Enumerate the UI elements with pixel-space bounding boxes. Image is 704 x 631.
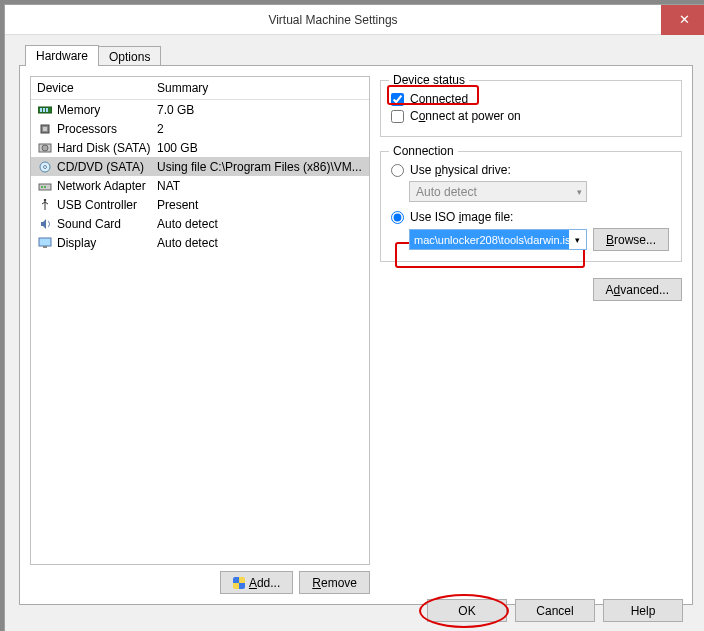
footer-buttons: OK Cancel Help bbox=[427, 599, 683, 622]
device-summary: Auto detect bbox=[157, 236, 363, 250]
device-row-net[interactable]: Network AdapterNAT bbox=[31, 176, 369, 195]
physical-combo[interactable]: Auto detect ▾ bbox=[409, 181, 587, 202]
memory-icon bbox=[37, 103, 53, 117]
device-summary: 100 GB bbox=[157, 141, 363, 155]
device-name: USB Controller bbox=[57, 198, 157, 212]
device-name: CD/DVD (SATA) bbox=[57, 160, 157, 174]
device-row-cd[interactable]: CD/DVD (SATA)Using file C:\Program Files… bbox=[31, 157, 369, 176]
svg-rect-5 bbox=[43, 127, 47, 131]
device-status-group: Device status Connected Connect at power… bbox=[380, 80, 682, 137]
device-row-display[interactable]: DisplayAuto detect bbox=[31, 233, 369, 252]
device-row-usb[interactable]: USB ControllerPresent bbox=[31, 195, 369, 214]
device-list[interactable]: Device Summary Memory7.0 GBProcessors2Ha… bbox=[30, 76, 370, 565]
hardware-pane: Device Summary Memory7.0 GBProcessors2Ha… bbox=[19, 65, 693, 605]
device-summary: 7.0 GB bbox=[157, 103, 363, 117]
connected-checkbox[interactable] bbox=[391, 93, 404, 106]
right-column: Device status Connected Connect at power… bbox=[380, 76, 682, 594]
iso-label: Use ISO image file: bbox=[410, 210, 513, 224]
add-label: Add... bbox=[249, 576, 280, 590]
physical-label: Use physical drive: bbox=[410, 163, 511, 177]
physical-radio[interactable] bbox=[391, 164, 404, 177]
tabs: Hardware Options bbox=[25, 45, 693, 66]
chevron-down-icon: ▾ bbox=[577, 187, 582, 197]
device-name: Processors bbox=[57, 122, 157, 136]
close-button[interactable]: ✕ bbox=[661, 5, 704, 35]
window-title: Virtual Machine Settings bbox=[5, 13, 661, 27]
iso-file-row: mac\unlocker208\tools\darwin.iso ▾ Brows… bbox=[409, 228, 671, 251]
svg-rect-15 bbox=[43, 246, 47, 248]
device-summary: Using file C:\Program Files (x86)\VM... bbox=[157, 160, 363, 174]
device-name: Hard Disk (SATA) bbox=[57, 141, 157, 155]
remove-button[interactable]: Remove bbox=[299, 571, 370, 594]
device-summary: NAT bbox=[157, 179, 363, 193]
device-name: Display bbox=[57, 236, 157, 250]
device-name: Memory bbox=[57, 103, 157, 117]
iso-radio[interactable] bbox=[391, 211, 404, 224]
usb-icon bbox=[37, 198, 53, 212]
tab-hardware[interactable]: Hardware bbox=[25, 45, 99, 66]
advanced-row: Advanced... bbox=[380, 278, 682, 301]
device-row-memory[interactable]: Memory7.0 GB bbox=[31, 100, 369, 119]
device-name: Sound Card bbox=[57, 217, 157, 231]
left-buttons: Add... Remove bbox=[30, 571, 370, 594]
content-area: Hardware Options Device Summary Memory7.… bbox=[5, 35, 704, 605]
iso-path-combo[interactable]: mac\unlocker208\tools\darwin.iso ▾ bbox=[409, 229, 587, 250]
poweron-row[interactable]: Connect at power on bbox=[391, 109, 671, 123]
physical-combo-value: Auto detect bbox=[416, 185, 477, 199]
ok-button[interactable]: OK bbox=[427, 599, 507, 622]
shield-icon bbox=[233, 577, 245, 589]
device-summary: Auto detect bbox=[157, 217, 363, 231]
svg-point-12 bbox=[44, 186, 46, 188]
iso-path-text: mac\unlocker208\tools\darwin.iso bbox=[410, 230, 569, 249]
poweron-label: Connect at power on bbox=[410, 109, 521, 123]
cpu-icon bbox=[37, 122, 53, 136]
device-name: Network Adapter bbox=[57, 179, 157, 193]
physical-row[interactable]: Use physical drive: bbox=[391, 163, 671, 177]
device-status-label: Device status bbox=[389, 73, 469, 87]
svg-rect-1 bbox=[40, 108, 42, 112]
device-summary: 2 bbox=[157, 122, 363, 136]
hdd-icon bbox=[37, 141, 53, 155]
help-button[interactable]: Help bbox=[603, 599, 683, 622]
poweron-checkbox[interactable] bbox=[391, 110, 404, 123]
chevron-down-icon: ▾ bbox=[569, 235, 586, 245]
cd-icon bbox=[37, 160, 53, 174]
sound-icon bbox=[37, 217, 53, 231]
device-row-cpu[interactable]: Processors2 bbox=[31, 119, 369, 138]
svg-point-11 bbox=[41, 186, 43, 188]
svg-rect-14 bbox=[39, 238, 51, 246]
device-summary: Present bbox=[157, 198, 363, 212]
device-row-sound[interactable]: Sound CardAuto detect bbox=[31, 214, 369, 233]
cancel-button[interactable]: Cancel bbox=[515, 599, 595, 622]
connected-label: Connected bbox=[410, 92, 468, 106]
svg-point-9 bbox=[44, 165, 47, 168]
tab-options[interactable]: Options bbox=[98, 46, 161, 67]
svg-rect-3 bbox=[46, 108, 48, 112]
left-column: Device Summary Memory7.0 GBProcessors2Ha… bbox=[30, 76, 370, 594]
add-button[interactable]: Add... bbox=[220, 571, 293, 594]
connection-group: Connection Use physical drive: Auto dete… bbox=[380, 151, 682, 262]
svg-point-13 bbox=[44, 199, 46, 201]
settings-window: Virtual Machine Settings ✕ Hardware Opti… bbox=[4, 4, 704, 631]
iso-row[interactable]: Use ISO image file: bbox=[391, 210, 671, 224]
connected-row[interactable]: Connected bbox=[391, 92, 671, 106]
svg-point-7 bbox=[42, 145, 48, 151]
remove-label: Remove bbox=[312, 576, 357, 590]
display-icon bbox=[37, 236, 53, 250]
browse-button[interactable]: Browse... bbox=[593, 228, 669, 251]
connection-label: Connection bbox=[389, 144, 458, 158]
net-icon bbox=[37, 179, 53, 193]
header-device: Device bbox=[37, 81, 157, 95]
svg-rect-2 bbox=[43, 108, 45, 112]
advanced-button[interactable]: Advanced... bbox=[593, 278, 682, 301]
device-row-hdd[interactable]: Hard Disk (SATA)100 GB bbox=[31, 138, 369, 157]
titlebar: Virtual Machine Settings ✕ bbox=[5, 5, 704, 35]
header-summary: Summary bbox=[157, 81, 363, 95]
device-list-header: Device Summary bbox=[31, 77, 369, 100]
